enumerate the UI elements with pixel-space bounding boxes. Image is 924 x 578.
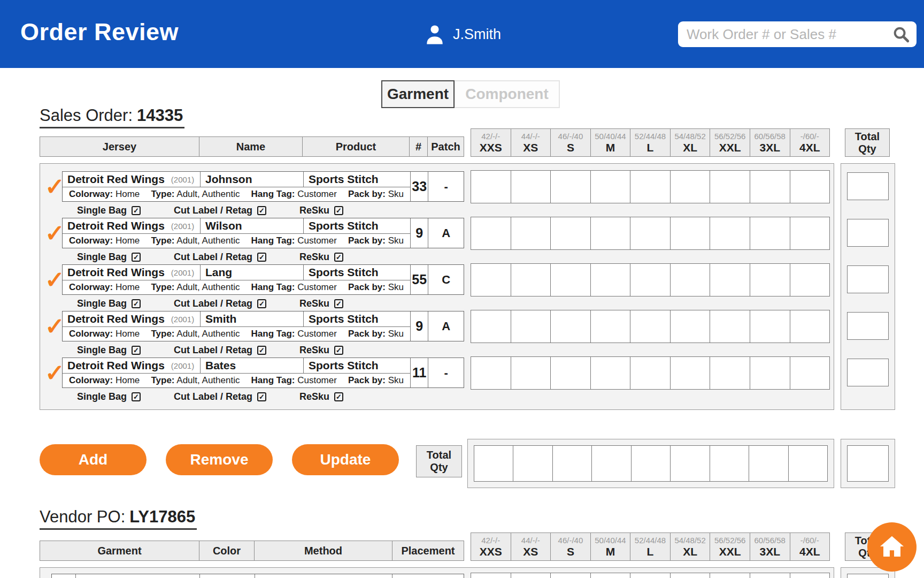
qty-cell[interactable] bbox=[474, 446, 513, 481]
qty-cell[interactable] bbox=[710, 357, 750, 389]
row-selected-check-icon[interactable] bbox=[45, 311, 63, 341]
checkbox-checked-icon[interactable] bbox=[334, 253, 343, 262]
qty-cell[interactable] bbox=[630, 217, 671, 249]
search-icon[interactable] bbox=[892, 25, 910, 43]
qty-cell[interactable] bbox=[671, 171, 711, 203]
qty-cell[interactable] bbox=[471, 573, 511, 578]
qty-cell[interactable] bbox=[551, 264, 591, 296]
qty-cell[interactable] bbox=[591, 573, 631, 578]
qty-cell[interactable] bbox=[471, 217, 511, 249]
qty-cell[interactable] bbox=[511, 264, 551, 296]
qty-cell[interactable] bbox=[471, 264, 511, 296]
checkbox-checked-icon[interactable] bbox=[257, 299, 266, 308]
update-button[interactable]: Update bbox=[292, 444, 399, 475]
qty-cell[interactable] bbox=[592, 446, 631, 481]
qty-cell[interactable] bbox=[710, 171, 750, 203]
qty-cell[interactable] bbox=[710, 573, 750, 578]
qty-cell[interactable] bbox=[789, 446, 827, 481]
qty-cell[interactable] bbox=[671, 357, 711, 389]
checkbox-checked-icon[interactable] bbox=[257, 206, 266, 215]
qty-cell[interactable] bbox=[591, 171, 631, 203]
checkbox-checked-icon[interactable] bbox=[334, 299, 343, 308]
qty-cell[interactable] bbox=[671, 217, 711, 249]
checkbox-checked-icon[interactable] bbox=[334, 346, 343, 355]
row-total-qty-cell[interactable] bbox=[847, 172, 889, 200]
qty-cell[interactable] bbox=[551, 357, 591, 389]
qty-cell[interactable] bbox=[790, 171, 830, 203]
qty-cell[interactable] bbox=[551, 310, 591, 343]
order-row[interactable]: Detroit Red Wings(2001) Wilson Sports St… bbox=[62, 218, 464, 248]
checkbox-checked-icon[interactable] bbox=[132, 206, 141, 215]
qty-cell[interactable] bbox=[749, 446, 788, 481]
checkbox-checked-icon[interactable] bbox=[257, 253, 266, 262]
add-button[interactable]: Add bbox=[40, 444, 147, 475]
qty-cell[interactable] bbox=[630, 171, 671, 203]
qty-cell[interactable] bbox=[671, 573, 711, 578]
qty-cell[interactable] bbox=[790, 264, 830, 296]
order-row[interactable]: Detroit Red Wings(2001) Lang Sports Stit… bbox=[62, 264, 464, 295]
qty-cell[interactable] bbox=[591, 310, 631, 343]
order-row[interactable]: Detroit Red Wings(2001) Bates Sports Sti… bbox=[62, 358, 464, 388]
qty-cell[interactable] bbox=[511, 217, 551, 249]
order-row[interactable]: Detroit Red Wings(2001) Smith Sports Sti… bbox=[62, 311, 464, 341]
qty-cell[interactable] bbox=[710, 217, 750, 249]
qty-cell[interactable] bbox=[630, 357, 671, 389]
row-selected-check-icon[interactable] bbox=[45, 171, 63, 202]
order-row[interactable]: Detroit Red Wings(2001) Johnson Sports S… bbox=[62, 171, 464, 202]
qty-cell[interactable] bbox=[471, 310, 511, 343]
row-selected-check-icon[interactable] bbox=[45, 358, 63, 388]
row-total-qty-cell[interactable] bbox=[847, 574, 889, 578]
checkbox-checked-icon[interactable] bbox=[334, 206, 343, 215]
qty-cell[interactable] bbox=[790, 310, 830, 343]
qty-cell[interactable] bbox=[471, 357, 511, 389]
qty-cell[interactable] bbox=[551, 217, 591, 249]
qty-cell[interactable] bbox=[591, 264, 631, 296]
qty-cell[interactable] bbox=[551, 171, 591, 203]
qty-cell[interactable] bbox=[630, 573, 671, 578]
home-button[interactable] bbox=[867, 522, 917, 572]
tab-garment[interactable]: Garment bbox=[381, 80, 455, 108]
grand-total-qty-cell[interactable] bbox=[847, 445, 889, 482]
qty-cell[interactable] bbox=[471, 171, 511, 203]
qty-cell[interactable] bbox=[511, 357, 551, 389]
qty-cell[interactable] bbox=[710, 310, 750, 343]
qty-cell[interactable] bbox=[671, 310, 711, 343]
qty-cell[interactable] bbox=[630, 310, 671, 343]
qty-cell[interactable] bbox=[630, 264, 671, 296]
qty-cell[interactable] bbox=[671, 264, 711, 296]
qty-cell[interactable] bbox=[632, 446, 671, 481]
qty-cell[interactable] bbox=[591, 217, 631, 249]
tab-component[interactable]: Component bbox=[454, 80, 560, 108]
checkbox-checked-icon[interactable] bbox=[132, 392, 141, 401]
qty-cell[interactable] bbox=[750, 573, 790, 578]
qty-cell[interactable] bbox=[511, 171, 551, 203]
row-selected-check-icon[interactable] bbox=[45, 218, 63, 248]
checkbox-checked-icon[interactable] bbox=[132, 346, 141, 355]
vendor-row[interactable]: Short Sleeve Tee Royal Sublimated Twill … bbox=[51, 574, 464, 578]
row-total-qty-cell[interactable] bbox=[847, 219, 889, 247]
search-input[interactable] bbox=[687, 26, 892, 43]
vendor-row-select-cell[interactable] bbox=[52, 574, 75, 578]
checkbox-checked-icon[interactable] bbox=[334, 392, 343, 401]
qty-cell[interactable] bbox=[671, 446, 710, 481]
row-total-qty-cell[interactable] bbox=[847, 265, 889, 293]
remove-button[interactable]: Remove bbox=[166, 444, 273, 475]
qty-cell[interactable] bbox=[710, 264, 750, 296]
checkbox-checked-icon[interactable] bbox=[257, 346, 266, 355]
qty-cell[interactable] bbox=[790, 357, 830, 389]
checkbox-checked-icon[interactable] bbox=[132, 253, 141, 262]
row-total-qty-cell[interactable] bbox=[847, 359, 889, 386]
qty-cell[interactable] bbox=[790, 217, 830, 249]
qty-cell[interactable] bbox=[553, 446, 592, 481]
row-selected-check-icon[interactable] bbox=[45, 264, 63, 295]
qty-cell[interactable] bbox=[511, 310, 551, 343]
qty-cell[interactable] bbox=[790, 573, 830, 578]
qty-cell[interactable] bbox=[750, 171, 790, 203]
qty-cell[interactable] bbox=[750, 310, 790, 343]
user-box[interactable]: J.Smith bbox=[424, 20, 501, 48]
qty-cell[interactable] bbox=[750, 264, 790, 296]
qty-cell[interactable] bbox=[750, 357, 790, 389]
checkbox-checked-icon[interactable] bbox=[132, 299, 141, 308]
qty-cell[interactable] bbox=[511, 573, 551, 578]
qty-cell[interactable] bbox=[513, 446, 552, 481]
